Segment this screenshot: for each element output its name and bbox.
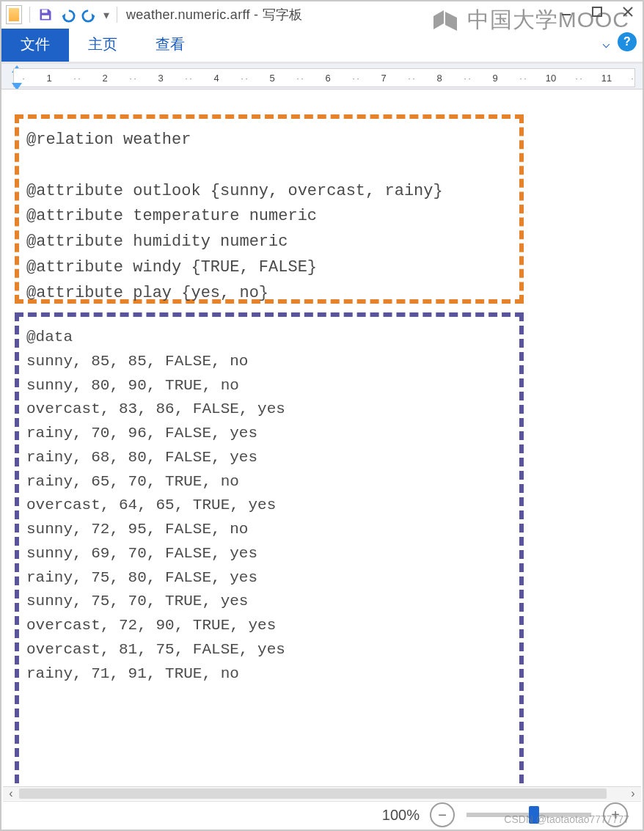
scroll-right-button[interactable]: › xyxy=(625,787,641,800)
ruler-tick: 2 xyxy=(81,73,128,84)
help-button[interactable]: ? xyxy=(618,32,637,51)
ribbon-collapse-icon[interactable]: ⌵ xyxy=(602,35,610,51)
ruler-tick: 7 xyxy=(360,73,407,84)
save-icon[interactable] xyxy=(36,5,55,24)
horizontal-scrollbar: ‹ › xyxy=(3,786,641,800)
close-button[interactable] xyxy=(618,3,638,21)
indent-marker-bottom-icon[interactable] xyxy=(12,83,22,89)
arff-header-line: @attribute temperature numeric xyxy=(26,204,512,230)
ruler-tick: 11 xyxy=(583,73,630,84)
ruler-tick: 10 xyxy=(527,73,574,84)
svg-rect-3 xyxy=(593,7,601,16)
arff-header-line: @attribute play {yes, no} xyxy=(26,281,512,307)
arff-data-line: rainy, 71, 91, TRUE, no xyxy=(26,662,512,687)
arff-header-box: @relation weather @attribute outlook {su… xyxy=(15,114,524,304)
svg-rect-0 xyxy=(42,10,48,12)
arff-data-line: rainy, 70, 96, FALSE, yes xyxy=(26,422,512,446)
window-controls xyxy=(556,3,638,21)
minimize-button[interactable] xyxy=(556,3,577,21)
scroll-thumb[interactable] xyxy=(19,788,607,799)
zoom-slider-knob[interactable] xyxy=(529,806,539,824)
svg-rect-1 xyxy=(42,15,49,19)
scroll-track[interactable] xyxy=(19,787,625,800)
zoom-out-button[interactable]: − xyxy=(430,802,455,827)
arff-header-line: @attribute humidity numeric xyxy=(26,230,512,255)
window-title: weather.numeric.arff - 写字板 xyxy=(126,6,303,23)
arff-data-line: overcast, 81, 75, FALSE, yes xyxy=(26,638,512,662)
arff-header-line: @attribute outlook {sunny, overcast, rai… xyxy=(26,179,512,205)
arff-header-line xyxy=(26,153,512,179)
arff-data-line: sunny, 69, 70, FALSE, yes xyxy=(26,542,512,566)
ribbon-tabs: 文件 主页 查看 ⌵ ? xyxy=(1,28,643,64)
ruler-area: ·1··2··3··4··5··6··7··8··9··10··11· xyxy=(1,64,643,89)
ruler-tick: 8 xyxy=(416,73,463,84)
zoom-slider[interactable] xyxy=(466,813,591,817)
maximize-button[interactable] xyxy=(587,3,607,21)
status-bar: 100% − + xyxy=(3,801,641,828)
zoom-in-button[interactable]: + xyxy=(603,802,628,827)
tab-home[interactable]: 主页 xyxy=(69,29,136,62)
app-window: ▾ weather.numeric.arff - 写字板 文件 主页 查看 ⌵ … xyxy=(0,0,644,831)
ruler[interactable]: ·1··2··3··4··5··6··7··8··9··10··11· xyxy=(13,68,635,87)
arff-header-line: @relation weather xyxy=(26,128,512,153)
arff-data-line: sunny, 85, 85, FALSE, no xyxy=(26,350,512,374)
arff-data-line: sunny, 80, 90, TRUE, no xyxy=(26,374,512,398)
undo-icon[interactable] xyxy=(58,5,77,24)
ruler-tick: 5 xyxy=(249,73,296,84)
arff-data-line: @data xyxy=(26,326,512,350)
ruler-tick: 1 xyxy=(26,73,73,84)
separator xyxy=(29,7,30,23)
arff-data-line: rainy, 65, 70, TRUE, no xyxy=(26,470,512,494)
tab-view[interactable]: 查看 xyxy=(136,29,204,62)
ruler-tick: 9 xyxy=(472,73,519,84)
arff-data-box: @datasunny, 85, 85, FALSE, nosunny, 80, … xyxy=(15,312,524,786)
ruler-tick: 4 xyxy=(193,73,240,84)
separator xyxy=(117,7,117,23)
qat-dropdown-icon[interactable]: ▾ xyxy=(103,8,109,22)
arff-data-line: overcast, 72, 90, TRUE, yes xyxy=(26,614,512,638)
zoom-label: 100% xyxy=(382,807,420,824)
arff-header-line: @attribute windy {TRUE, FALSE} xyxy=(26,255,512,281)
arff-data-line: overcast, 83, 86, FALSE, yes xyxy=(26,398,512,422)
arff-data-line: rainy, 75, 80, FALSE, yes xyxy=(26,566,512,590)
titlebar: ▾ weather.numeric.arff - 写字板 xyxy=(1,1,643,28)
arff-data-line: rainy, 68, 80, FALSE, yes xyxy=(26,446,512,470)
app-icon xyxy=(6,5,22,24)
document-area[interactable]: @relation weather @attribute outlook {su… xyxy=(3,91,641,786)
ruler-tick: 6 xyxy=(304,73,351,84)
redo-icon[interactable] xyxy=(80,5,99,24)
arff-data-line: sunny, 72, 95, FALSE, no xyxy=(26,518,512,542)
tab-file[interactable]: 文件 xyxy=(1,29,69,62)
ruler-tick: 3 xyxy=(137,73,184,84)
arff-data-line: overcast, 64, 65, TRUE, yes xyxy=(26,494,512,518)
scroll-left-button[interactable]: ‹ xyxy=(3,787,19,800)
arff-data-line: sunny, 75, 70, TRUE, yes xyxy=(26,590,512,614)
